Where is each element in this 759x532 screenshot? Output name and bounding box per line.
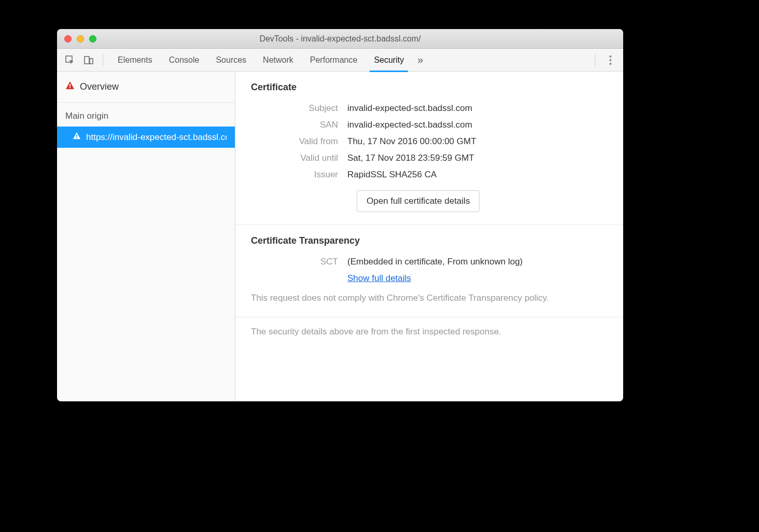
- svg-rect-6: [69, 84, 71, 87]
- certificate-transparency-section: Certificate Transparency SCT (Embedded i…: [235, 225, 623, 317]
- main-origin-heading: Main origin: [57, 103, 235, 127]
- cert-issuer-label: Issuer: [251, 170, 347, 180]
- ct-compliance-note: This request does not comply with Chrome…: [251, 292, 608, 304]
- cert-subject-value: invalid-expected-sct.badssl.com: [347, 103, 608, 114]
- ct-sct-row: SCT (Embedded in certificate, From unkno…: [251, 254, 608, 270]
- security-sidebar: Overview Main origin https://invalid-exp…: [57, 72, 235, 401]
- toolbar-divider: [103, 54, 103, 66]
- window-title: DevTools - invalid-expected-sct.badssl.c…: [57, 34, 623, 44]
- cert-validuntil-label: Valid until: [251, 153, 347, 163]
- cert-validuntil-row: Valid until Sat, 17 Nov 2018 23:59:59 GM…: [251, 150, 608, 166]
- cert-subject-row: Subject invalid-expected-sct.badssl.com: [251, 100, 608, 117]
- panel-tabs: Elements Console Sources Network Perform…: [109, 49, 428, 72]
- certificate-heading: Certificate: [251, 82, 608, 93]
- sidebar-origin-item[interactable]: https://invalid-expected-sct.badssl.com: [57, 127, 235, 148]
- tab-network[interactable]: Network: [255, 49, 302, 72]
- inspect-element-icon[interactable]: [62, 52, 78, 68]
- svg-rect-1: [85, 57, 89, 64]
- certificate-section: Certificate Subject invalid-expected-sct…: [235, 72, 623, 225]
- traffic-lights: [57, 35, 96, 43]
- window-titlebar: DevTools - invalid-expected-sct.badssl.c…: [57, 29, 623, 49]
- ct-heading: Certificate Transparency: [251, 235, 608, 246]
- cert-validfrom-row: Valid from Thu, 17 Nov 2016 00:00:00 GMT: [251, 133, 608, 150]
- tab-elements[interactable]: Elements: [109, 49, 161, 72]
- settings-menu-icon[interactable]: [602, 52, 618, 68]
- ct-sct-label: SCT: [251, 257, 347, 267]
- overview-label: Overview: [80, 81, 119, 92]
- tab-security[interactable]: Security: [366, 49, 412, 72]
- cert-san-label: SAN: [251, 120, 347, 130]
- svg-point-5: [609, 63, 611, 65]
- svg-point-4: [609, 59, 611, 61]
- panel-body: Overview Main origin https://invalid-exp…: [57, 72, 623, 401]
- cert-validfrom-value: Thu, 17 Nov 2016 00:00:00 GMT: [347, 136, 608, 147]
- security-details: Certificate Subject invalid-expected-sct…: [235, 72, 623, 401]
- cert-validfrom-label: Valid from: [251, 136, 347, 147]
- cert-san-row: SAN invalid-expected-sct.badssl.com: [251, 117, 608, 133]
- svg-rect-9: [76, 137, 77, 138]
- tab-console[interactable]: Console: [161, 49, 208, 72]
- ct-showlink-row: Show full details: [251, 270, 608, 287]
- minimize-window-button[interactable]: [77, 35, 84, 43]
- toolbar-divider: [595, 54, 595, 66]
- devtools-toolbar: Elements Console Sources Network Perform…: [57, 49, 623, 72]
- tab-sources[interactable]: Sources: [207, 49, 255, 72]
- warning-triangle-icon: [73, 132, 81, 143]
- zoom-window-button[interactable]: [89, 35, 96, 43]
- cert-validuntil-value: Sat, 17 Nov 2018 23:59:59 GMT: [347, 153, 608, 163]
- origin-url: https://invalid-expected-sct.badssl.com: [86, 132, 227, 143]
- tabs-overflow-icon[interactable]: »: [412, 49, 428, 72]
- sidebar-overview-item[interactable]: Overview: [57, 72, 235, 102]
- footer-note: The security details above are from the …: [235, 317, 623, 346]
- svg-rect-8: [76, 134, 77, 136]
- show-full-details-link[interactable]: Show full details: [347, 273, 411, 283]
- tab-performance[interactable]: Performance: [302, 49, 366, 72]
- svg-rect-7: [69, 87, 71, 88]
- svg-point-3: [609, 55, 611, 58]
- toggle-device-toolbar-icon[interactable]: [81, 52, 96, 68]
- devtools-window: DevTools - invalid-expected-sct.badssl.c…: [57, 29, 623, 401]
- warning-triangle-icon: [65, 81, 75, 93]
- cert-issuer-row: Issuer RapidSSL SHA256 CA: [251, 166, 608, 183]
- cert-san-value: invalid-expected-sct.badssl.com: [347, 120, 608, 130]
- open-certificate-button[interactable]: Open full certificate details: [357, 190, 480, 212]
- cert-subject-label: Subject: [251, 103, 347, 114]
- cert-issuer-value: RapidSSL SHA256 CA: [347, 170, 608, 180]
- svg-rect-2: [90, 59, 93, 64]
- ct-sct-value: (Embedded in certificate, From unknown l…: [347, 257, 608, 267]
- close-window-button[interactable]: [64, 35, 72, 43]
